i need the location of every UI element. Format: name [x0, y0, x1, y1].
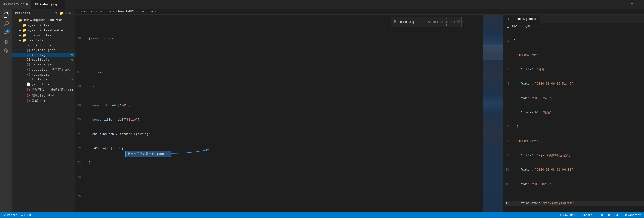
- js-file-icon2: JS: [34, 3, 38, 6]
- refresh-icon[interactable]: ↺: [66, 11, 68, 16]
- find-close-btn[interactable]: ×: [462, 20, 464, 24]
- json-line-5: 5 "id": "103857579",: [505, 96, 644, 101]
- error-icon: ⊗: [21, 214, 23, 217]
- breadcrumb-item-file[interactable]: index.js: [78, 10, 93, 13]
- editor-area: index.js › <function> › handleURL › <fun…: [75, 9, 644, 212]
- sidebar-header: EXPLORER + 📁 ↺ ⊟: [12, 9, 75, 18]
- arrow-node-modules: ▶: [18, 34, 22, 37]
- sidebar-item-readme[interactable]: ▶ MD readme.md: [12, 72, 75, 77]
- code-line-72: 72 id2info[id] = obj;: [77, 146, 483, 151]
- status-branch[interactable]: ⎇ master: [3, 214, 17, 217]
- sidebar-item-userdata[interactable]: ▶ 📁 userData: [12, 38, 75, 43]
- file-icon-yarn: 📄: [26, 82, 31, 86]
- sidebar-item-my-articles-handle[interactable]: ▶ 📁 my-articles-handle: [12, 28, 75, 33]
- json-breadcrumb-sep: ›: [534, 24, 536, 28]
- find-expand-btn[interactable]: ☰: [457, 20, 460, 24]
- yarn-lock-label: yarn.lock: [32, 83, 49, 86]
- status-encoding[interactable]: UTF-8: [601, 214, 610, 217]
- my-articles-handle-label: my-articles-handle: [28, 29, 63, 32]
- breadcrumb-item-fn2[interactable]: handleURL: [118, 10, 135, 13]
- sidebar-item-modify-js[interactable]: ▶ JS modify.js M: [12, 57, 75, 62]
- sidebar-item-my-articles[interactable]: ▾ 📁 my-articles: [12, 23, 75, 28]
- find-prev-btn[interactable]: ↑: [450, 20, 452, 24]
- userdata-label: userData: [28, 39, 43, 42]
- id2info-label: id2info.json: [32, 48, 55, 52]
- tab-index-js[interactable]: JS index.js ×: [31, 0, 65, 9]
- more-actions-icon[interactable]: ···: [635, 3, 641, 6]
- json-icon-tab: {}: [506, 18, 509, 21]
- readme-label: readme.md: [32, 73, 49, 77]
- sidebar-item-yarn-lock[interactable]: ▶ 📄 yarn.lock: [12, 82, 75, 87]
- json-line-11: 11 "id": "103898212",: [505, 182, 644, 187]
- status-spaces[interactable]: Spaces: 2: [582, 214, 597, 217]
- code-editor[interactable]: 26 (async () => { ⋮ 67 ...i,: [75, 15, 483, 212]
- js-icon-modify: JS: [26, 58, 31, 62]
- modify-js-label: modify.js: [32, 58, 49, 62]
- debug-icon[interactable]: [2, 38, 10, 46]
- find-bar-input[interactable]: [399, 20, 426, 24]
- tab-modify-js[interactable]: JS modify.js: [0, 0, 31, 9]
- regex-btn[interactable]: .*: [440, 20, 444, 24]
- sidebar-item-gitignore[interactable]: ▶ ⬥ .gitignore: [12, 43, 75, 48]
- minimap-slider[interactable]: [483, 45, 503, 60]
- tools-modified-badge: M: [71, 78, 73, 81]
- index-modified-badge: M: [71, 54, 73, 57]
- sidebar-item-control-html[interactable]: ▶ ⟨⟩ 控制开发 + 错误捕获.html: [12, 87, 75, 93]
- md-icon-puppeteer: MD: [26, 68, 31, 72]
- sidebar-item-control2-html[interactable]: ▶ ⟨⟩ 控制开发.html: [12, 93, 75, 98]
- breadcrumb: index.js › <function> › handleURL › <fun…: [75, 9, 644, 15]
- sidebar-item-id2info[interactable]: ▶ {} id2info.json: [12, 48, 75, 53]
- sidebar-item-index-js[interactable]: ▶ JS index.js M: [12, 53, 75, 57]
- breadcrumb-item-fn1[interactable]: <function>: [96, 10, 114, 13]
- json-code-content: 1 { 2 "103857579": { 3 "title": "建站",: [503, 29, 644, 212]
- json-line-8: 8 "103898212": {: [505, 139, 644, 144]
- arrow-my-articles: ▾: [18, 24, 22, 27]
- status-line-ending[interactable]: CRLF: [614, 214, 620, 217]
- js-icon-index: JS: [26, 53, 31, 57]
- sidebar-item-retry-html[interactable]: ▶ ⟨⟩ 重试.html: [12, 98, 75, 104]
- status-language[interactable]: JavaScript: [624, 214, 641, 217]
- find-bar: 🔍 Aa ab| .* ? of 5 ↑ ↓ ☰ ×: [391, 17, 462, 27]
- sidebar-item-node-modules[interactable]: ▶ 📁 node_modules: [12, 33, 75, 38]
- new-folder-icon[interactable]: 📁: [59, 11, 64, 16]
- error-count: 0: [24, 214, 26, 217]
- puppeteer-md-label: puppeteer 学习笔记.md: [32, 67, 70, 72]
- find-next-btn[interactable]: ↓: [454, 20, 456, 24]
- package-json-label: package.json: [32, 63, 55, 66]
- json-icon-package: {}: [26, 63, 31, 66]
- tab-bar: JS modify.js JS index.js × ⊡ ···: [0, 0, 644, 9]
- explorer-icon[interactable]: [2, 11, 10, 19]
- status-line-col[interactable]: Ln 85, Col 3: [558, 214, 578, 217]
- json-code-editor[interactable]: 1 { 2 "103857579": { 3 "title": "建站",: [503, 29, 644, 212]
- json-more-icon[interactable]: ···: [636, 17, 642, 21]
- sidebar-item-tools-js[interactable]: ▶ JS tools.js M: [12, 77, 75, 82]
- json-line-6: 6 "findPath": "建站": [505, 110, 644, 115]
- breadcrumb-sep3: ›: [136, 10, 137, 13]
- sidebar: EXPLORER + 📁 ↺ ⊟ ▾ 📂 网页自动化抓取 CSDN 文章 ▾ 📁…: [12, 9, 75, 212]
- collapse-icon[interactable]: ⊟: [69, 11, 72, 16]
- new-file-icon[interactable]: +: [55, 11, 58, 16]
- split-editor-icon[interactable]: ⊡: [631, 2, 633, 7]
- sidebar-item-puppeteer-md[interactable]: ▶ MD puppeteer 学习笔记.md: [12, 67, 75, 72]
- search-icon[interactable]: [2, 20, 10, 28]
- source-control-icon[interactable]: 3: [2, 29, 10, 37]
- sidebar-item-package-json[interactable]: ▶ {} package.json: [12, 62, 75, 67]
- extensions-icon[interactable]: [2, 47, 10, 55]
- whole-word-btn[interactable]: ab|: [433, 20, 438, 23]
- match-case-btn[interactable]: Aa: [428, 20, 432, 24]
- json-icon-id2info: {}: [26, 48, 31, 52]
- tab-id2info-json[interactable]: {} id2info.json: [503, 15, 540, 23]
- source-control-badge: 3: [6, 29, 10, 33]
- breadcrumb-item-fn3[interactable]: <function>: [138, 10, 156, 13]
- sidebar-title: EXPLORER: [15, 12, 30, 15]
- js-icon-tools: JS: [26, 78, 31, 81]
- my-articles-label: my-articles: [28, 24, 49, 27]
- md-icon-readme: MD: [26, 73, 31, 77]
- tab-close-button[interactable]: ×: [60, 3, 62, 7]
- breadcrumb-sep2: ›: [115, 10, 117, 13]
- status-errors[interactable]: ⊗ 0 ⚠ 0: [21, 214, 31, 217]
- git-icon: ⬥: [26, 43, 31, 47]
- json-line-7: 7 },: [505, 125, 644, 129]
- root-folder-item[interactable]: ▾ 📂 网页自动化抓取 CSDN 文章: [12, 18, 75, 23]
- code-line-75: 75: [77, 194, 483, 199]
